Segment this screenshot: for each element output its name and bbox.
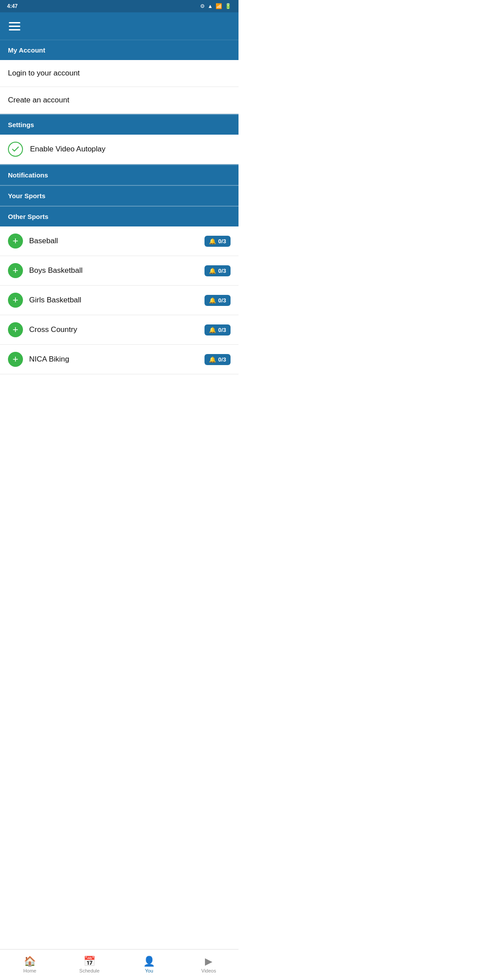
signal-icon: ▲ [208, 3, 213, 9]
status-time: 4:47 [7, 3, 18, 9]
add-girls-basketball-icon: + [8, 293, 23, 308]
baseball-notification-badge: 🔔 0/3 [204, 236, 231, 247]
sport-item-nica-biking[interactable]: + NICA Biking 🔔 0/3 [0, 345, 238, 374]
login-item[interactable]: Login to your account [0, 60, 238, 87]
app-header [0, 12, 238, 40]
girls-basketball-label: Girls Basketball [29, 296, 198, 305]
notifications-header: Notifications [0, 164, 238, 185]
cross-country-notification-badge: 🔔 0/3 [204, 324, 231, 335]
other-sports-header: Other Sports [0, 206, 238, 226]
add-boys-basketball-icon: + [8, 263, 23, 278]
nica-biking-notification-count: 0/3 [218, 356, 226, 363]
add-cross-country-icon: + [8, 322, 23, 337]
girls-basketball-notification-count: 0/3 [218, 297, 226, 304]
add-nica-biking-icon: + [8, 352, 23, 367]
nica-biking-label: NICA Biking [29, 355, 198, 364]
my-account-header: My Account [0, 40, 238, 60]
baseball-label: Baseball [29, 237, 198, 245]
your-sports-header: Your Sports [0, 185, 238, 206]
sport-item-boys-basketball[interactable]: + Boys Basketball 🔔 0/3 [0, 256, 238, 286]
wifi-icon: 📶 [216, 3, 222, 9]
add-baseball-icon: + [8, 234, 23, 249]
bell-icon-3: 🔔 [209, 297, 216, 304]
nica-biking-notification-badge: 🔔 0/3 [204, 354, 231, 365]
sport-item-baseball[interactable]: + Baseball 🔔 0/3 [0, 226, 238, 256]
autoplay-label: Enable Video Autoplay [30, 145, 106, 154]
autoplay-toggle[interactable]: Enable Video Autoplay [0, 135, 238, 164]
status-icons: ⚙ ▲ 📶 🔋 [200, 3, 231, 9]
boys-basketball-notification-badge: 🔔 0/3 [204, 265, 231, 276]
bell-icon: 🔔 [209, 238, 216, 245]
status-bar: 4:47 ⚙ ▲ 📶 🔋 [0, 0, 238, 12]
girls-basketball-notification-badge: 🔔 0/3 [204, 295, 231, 306]
settings-icon: ⚙ [200, 3, 205, 9]
main-content: My Account Login to your account Create … [0, 40, 238, 419]
check-circle-icon [8, 142, 23, 157]
battery-icon: 🔋 [225, 3, 231, 9]
sport-item-cross-country[interactable]: + Cross Country 🔔 0/3 [0, 315, 238, 345]
cross-country-label: Cross Country [29, 325, 198, 334]
sport-item-girls-basketball[interactable]: + Girls Basketball 🔔 0/3 [0, 286, 238, 315]
bell-icon-4: 🔔 [209, 327, 216, 333]
settings-header: Settings [0, 114, 238, 135]
bell-icon-2: 🔔 [209, 268, 216, 274]
create-account-item[interactable]: Create an account [0, 87, 238, 114]
boys-basketball-notification-count: 0/3 [218, 268, 226, 274]
cross-country-notification-count: 0/3 [218, 327, 226, 333]
hamburger-menu-button[interactable] [7, 20, 22, 32]
baseball-notification-count: 0/3 [218, 238, 226, 245]
bell-icon-5: 🔔 [209, 356, 216, 363]
boys-basketball-label: Boys Basketball [29, 266, 198, 275]
